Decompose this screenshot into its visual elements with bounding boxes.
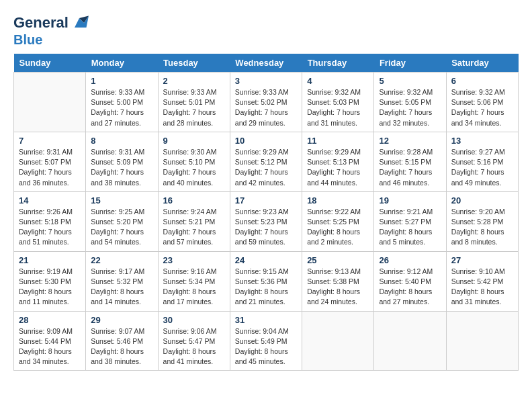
calendar-cell: 9Sunrise: 9:30 AMSunset: 5:10 PMDaylight… (158, 132, 230, 191)
weekday-header-sunday: Sunday (14, 54, 86, 73)
day-number: 8 (91, 136, 152, 146)
day-info: Sunrise: 9:27 AMSunset: 5:16 PMDaylight:… (451, 147, 513, 188)
logo-blue: Blue (13, 32, 89, 47)
day-info: Sunrise: 9:15 AMSunset: 5:36 PMDaylight:… (235, 267, 297, 308)
week-row-4: 21Sunrise: 9:19 AMSunset: 5:30 PMDayligh… (14, 251, 519, 311)
day-info: Sunrise: 9:19 AMSunset: 5:30 PMDaylight:… (19, 267, 81, 308)
day-info: Sunrise: 9:31 AMSunset: 5:07 PMDaylight:… (19, 147, 81, 188)
calendar-cell: 28Sunrise: 9:09 AMSunset: 5:44 PMDayligh… (14, 311, 86, 371)
calendar-cell: 21Sunrise: 9:19 AMSunset: 5:30 PMDayligh… (14, 251, 86, 311)
day-number: 3 (235, 76, 297, 86)
week-row-2: 7Sunrise: 9:31 AMSunset: 5:07 PMDaylight… (14, 132, 519, 191)
day-info: Sunrise: 9:16 AMSunset: 5:34 PMDaylight:… (163, 267, 225, 308)
day-info: Sunrise: 9:30 AMSunset: 5:10 PMDaylight:… (163, 147, 225, 188)
day-number: 21 (19, 255, 81, 265)
weekday-header-row: SundayMondayTuesdayWednesdayThursdayFrid… (14, 54, 519, 73)
day-info: Sunrise: 9:33 AMSunset: 5:02 PMDaylight:… (235, 87, 297, 128)
day-number: 14 (19, 195, 81, 205)
day-info: Sunrise: 9:21 AMSunset: 5:27 PMDaylight:… (379, 207, 441, 248)
calendar-cell: 14Sunrise: 9:26 AMSunset: 5:18 PMDayligh… (14, 191, 86, 251)
week-row-3: 14Sunrise: 9:26 AMSunset: 5:18 PMDayligh… (14, 191, 519, 251)
calendar-cell: 31Sunrise: 9:04 AMSunset: 5:49 PMDayligh… (230, 311, 302, 371)
weekday-header-saturday: Saturday (446, 54, 518, 73)
calendar-cell: 26Sunrise: 9:12 AMSunset: 5:40 PMDayligh… (374, 251, 446, 311)
day-info: Sunrise: 9:33 AMSunset: 5:00 PMDaylight:… (91, 87, 152, 128)
calendar-cell: 11Sunrise: 9:29 AMSunset: 5:13 PMDayligh… (302, 132, 374, 191)
week-row-1: 1Sunrise: 9:33 AMSunset: 5:00 PMDaylight… (14, 73, 519, 132)
logo: General Blue (13, 13, 89, 47)
day-number: 25 (307, 255, 369, 265)
day-number: 9 (163, 136, 225, 146)
day-number: 27 (451, 255, 513, 265)
day-number: 10 (235, 136, 297, 146)
calendar-cell: 12Sunrise: 9:28 AMSunset: 5:15 PMDayligh… (374, 132, 446, 191)
day-info: Sunrise: 9:17 AMSunset: 5:32 PMDaylight:… (91, 267, 152, 308)
weekday-header-tuesday: Tuesday (158, 54, 230, 73)
weekday-header-friday: Friday (374, 54, 446, 73)
day-number: 23 (163, 255, 225, 265)
weekday-header-monday: Monday (86, 54, 158, 73)
day-info: Sunrise: 9:06 AMSunset: 5:47 PMDaylight:… (163, 326, 225, 367)
calendar-cell: 20Sunrise: 9:20 AMSunset: 5:28 PMDayligh… (446, 191, 518, 251)
day-number: 26 (379, 255, 441, 265)
calendar-table: SundayMondayTuesdayWednesdayThursdayFrid… (13, 54, 519, 371)
day-number: 19 (379, 195, 441, 205)
calendar-cell: 10Sunrise: 9:29 AMSunset: 5:12 PMDayligh… (230, 132, 302, 191)
calendar-cell (14, 73, 86, 132)
calendar-cell: 1Sunrise: 9:33 AMSunset: 5:00 PMDaylight… (86, 73, 158, 132)
day-number: 17 (235, 195, 297, 205)
logo-bird-icon (70, 13, 89, 32)
day-info: Sunrise: 9:13 AMSunset: 5:38 PMDaylight:… (307, 267, 369, 308)
calendar-cell: 2Sunrise: 9:33 AMSunset: 5:01 PMDaylight… (158, 73, 230, 132)
calendar-cell: 22Sunrise: 9:17 AMSunset: 5:32 PMDayligh… (86, 251, 158, 311)
logo-general: General (13, 15, 69, 31)
day-number: 29 (91, 315, 152, 325)
day-info: Sunrise: 9:09 AMSunset: 5:44 PMDaylight:… (19, 326, 81, 367)
day-number: 1 (91, 76, 152, 86)
day-number: 12 (379, 136, 441, 146)
day-info: Sunrise: 9:07 AMSunset: 5:46 PMDaylight:… (91, 326, 152, 367)
day-info: Sunrise: 9:28 AMSunset: 5:15 PMDaylight:… (379, 147, 441, 188)
day-number: 7 (19, 136, 81, 146)
day-number: 5 (379, 76, 441, 86)
day-info: Sunrise: 9:29 AMSunset: 5:12 PMDaylight:… (235, 147, 297, 188)
calendar-cell: 7Sunrise: 9:31 AMSunset: 5:07 PMDaylight… (14, 132, 86, 191)
calendar-cell (302, 311, 374, 371)
day-info: Sunrise: 9:12 AMSunset: 5:40 PMDaylight:… (379, 267, 441, 308)
day-number: 18 (307, 195, 369, 205)
calendar-cell: 17Sunrise: 9:23 AMSunset: 5:23 PMDayligh… (230, 191, 302, 251)
calendar-cell: 13Sunrise: 9:27 AMSunset: 5:16 PMDayligh… (446, 132, 518, 191)
day-info: Sunrise: 9:29 AMSunset: 5:13 PMDaylight:… (307, 147, 369, 188)
day-info: Sunrise: 9:32 AMSunset: 5:05 PMDaylight:… (379, 87, 441, 128)
day-number: 22 (91, 255, 152, 265)
page-header: General Blue (13, 13, 519, 47)
calendar-cell: 29Sunrise: 9:07 AMSunset: 5:46 PMDayligh… (86, 311, 158, 371)
day-info: Sunrise: 9:04 AMSunset: 5:49 PMDaylight:… (235, 326, 297, 367)
day-info: Sunrise: 9:32 AMSunset: 5:03 PMDaylight:… (307, 87, 369, 128)
day-number: 31 (235, 315, 297, 325)
day-info: Sunrise: 9:26 AMSunset: 5:18 PMDaylight:… (19, 207, 81, 248)
day-number: 20 (451, 195, 513, 205)
calendar-cell: 23Sunrise: 9:16 AMSunset: 5:34 PMDayligh… (158, 251, 230, 311)
week-row-5: 28Sunrise: 9:09 AMSunset: 5:44 PMDayligh… (14, 311, 519, 371)
day-number: 4 (307, 76, 369, 86)
calendar-cell (374, 311, 446, 371)
day-number: 24 (235, 255, 297, 265)
calendar-cell (446, 311, 518, 371)
day-info: Sunrise: 9:32 AMSunset: 5:06 PMDaylight:… (451, 87, 513, 128)
calendar-cell: 19Sunrise: 9:21 AMSunset: 5:27 PMDayligh… (374, 191, 446, 251)
day-info: Sunrise: 9:33 AMSunset: 5:01 PMDaylight:… (163, 87, 225, 128)
calendar-cell: 8Sunrise: 9:31 AMSunset: 5:09 PMDaylight… (86, 132, 158, 191)
calendar-cell: 5Sunrise: 9:32 AMSunset: 5:05 PMDaylight… (374, 73, 446, 132)
day-info: Sunrise: 9:20 AMSunset: 5:28 PMDaylight:… (451, 207, 513, 248)
calendar-cell: 16Sunrise: 9:24 AMSunset: 5:21 PMDayligh… (158, 191, 230, 251)
calendar-cell: 4Sunrise: 9:32 AMSunset: 5:03 PMDaylight… (302, 73, 374, 132)
day-number: 6 (451, 76, 513, 86)
day-info: Sunrise: 9:23 AMSunset: 5:23 PMDaylight:… (235, 207, 297, 248)
calendar-cell: 30Sunrise: 9:06 AMSunset: 5:47 PMDayligh… (158, 311, 230, 371)
day-info: Sunrise: 9:22 AMSunset: 5:25 PMDaylight:… (307, 207, 369, 248)
calendar-cell: 6Sunrise: 9:32 AMSunset: 5:06 PMDaylight… (446, 73, 518, 132)
day-info: Sunrise: 9:25 AMSunset: 5:20 PMDaylight:… (91, 207, 152, 248)
calendar-cell: 24Sunrise: 9:15 AMSunset: 5:36 PMDayligh… (230, 251, 302, 311)
calendar-cell: 18Sunrise: 9:22 AMSunset: 5:25 PMDayligh… (302, 191, 374, 251)
